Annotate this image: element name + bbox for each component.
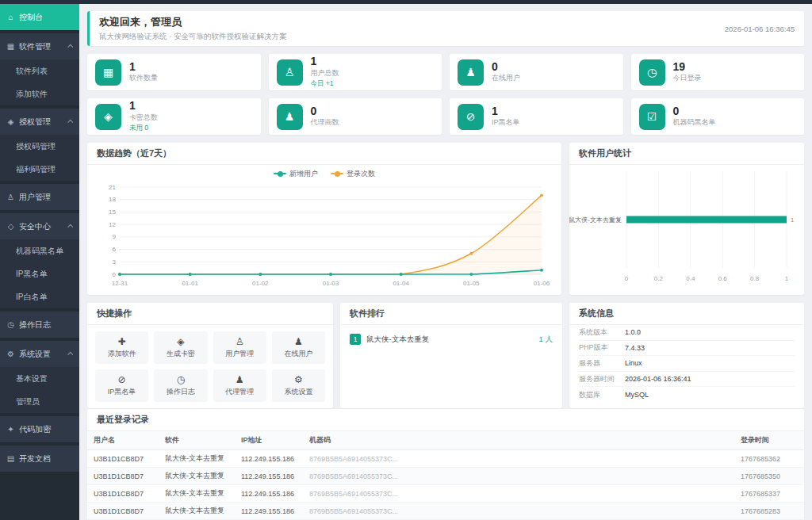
ranking-user-count: 1 人 <box>539 335 553 345</box>
apps-icon: ▦ <box>95 59 121 86</box>
quick-action-user-filled[interactable]: ♟在线用户 <box>272 331 325 364</box>
system-info-value: MySQL <box>625 391 649 399</box>
svg-text:1: 1 <box>785 275 789 282</box>
software-ranking-title: 软件排行 <box>340 303 562 325</box>
ranking-software-name: 鼠大侠-文本去重复 <box>366 335 539 345</box>
svg-text:鼠大侠-文本去重复: 鼠大侠-文本去重复 <box>569 216 622 224</box>
stat-sub-label: 今日 +1 <box>311 79 339 89</box>
sidebar-item-home[interactable]: ⌂控制台 <box>0 4 79 30</box>
stat-card: ◈1卡密总数未用 0 <box>87 98 261 135</box>
sidebar-subitem[interactable]: 基本设置 <box>0 367 79 390</box>
stat-value: 1 <box>129 100 158 112</box>
quick-action-user[interactable]: ♙用户管理 <box>213 331 266 364</box>
table-cell: 8769B5B5A6914055373C... <box>303 450 734 468</box>
table-cell: 8769B5B5A6914055373C... <box>303 485 734 503</box>
stat-label: 今日登录 <box>673 73 702 83</box>
ban-icon: ⊘ <box>458 104 484 130</box>
stat-value: 19 <box>673 61 702 73</box>
stat-label: 在线用户 <box>492 73 520 83</box>
sidebar-subitem[interactable]: IP黑名单 <box>0 262 79 285</box>
table-cell: U3B1D1CB8D7 <box>87 503 159 520</box>
system-info-label: 服务器时间 <box>579 374 625 384</box>
table-cell: 1767685350 <box>734 468 804 485</box>
apps-icon: ▦ <box>6 42 15 51</box>
table-cell: 鼠大侠-文本去重复 <box>159 450 235 468</box>
quick-action-gear[interactable]: ⚙系统设置 <box>272 369 325 402</box>
quick-actions-title: 快捷操作 <box>87 303 333 325</box>
svg-text:12-31: 12-31 <box>112 280 128 287</box>
bottom-row: 快捷操作 ✚添加软件◈生成卡密♙用户管理♟在线用户⊘IP黑名单◷操作日志♟代理管… <box>87 303 804 401</box>
sidebar-item-label: 安全中心 <box>19 221 65 232</box>
clock-icon: ◷ <box>177 375 185 384</box>
sidebar-group: ▦软件管理软件列表添加软件 <box>0 33 79 105</box>
sidebar-item-label: 操作日志 <box>19 319 73 331</box>
stat-label: 机器码黑名单 <box>673 117 716 128</box>
sidebar-subitem[interactable]: 福利码管理 <box>0 158 79 181</box>
sidebar-item-key[interactable]: ✦代码加密 <box>0 416 79 442</box>
sidebar-item-label: 系统设置 <box>19 349 65 360</box>
tag-icon: ◈ <box>6 117 15 126</box>
recent-logins-title: 最近登录记录 <box>87 409 804 431</box>
svg-text:01-04: 01-04 <box>393 280 409 287</box>
sidebar-item-tag[interactable]: ◈授权管理 <box>0 109 79 135</box>
quick-action-clock[interactable]: ◷操作日志 <box>154 369 207 402</box>
sidebar-subitem[interactable]: 添加软件 <box>0 82 79 105</box>
quick-action-label: 添加软件 <box>108 349 136 359</box>
quick-action-tag[interactable]: ◈生成卡密 <box>154 331 207 364</box>
sidebar-item-shield[interactable]: ◇安全中心 <box>0 213 79 239</box>
system-info-row: 数据库MySQL <box>579 387 795 403</box>
sidebar-subitem[interactable]: 管理员 <box>0 390 79 413</box>
svg-text:0: 0 <box>113 271 117 278</box>
svg-text:01-06: 01-06 <box>534 280 550 287</box>
stat-card: ♙1用户总数今日 +1 <box>269 54 442 90</box>
sidebar-item-clock[interactable]: ◷操作日志 <box>0 312 79 338</box>
table-cell: 1767685283 <box>734 503 804 520</box>
sidebar-item-apps[interactable]: ▦软件管理 <box>0 33 79 59</box>
quick-action-label: 代理管理 <box>225 387 254 397</box>
system-info-label: PHP版本 <box>579 342 625 353</box>
system-info-row: PHP版本7.4.33 <box>579 341 795 357</box>
rank-badge: 1 <box>350 334 361 345</box>
gear-icon: ⚙ <box>6 350 15 358</box>
stat-label: 卡密总数 <box>129 113 158 123</box>
quick-action-plus[interactable]: ✚添加软件 <box>95 331 148 364</box>
sidebar-subitem[interactable]: 授权码管理 <box>0 135 79 158</box>
tag-icon: ◈ <box>177 337 184 346</box>
sidebar-item-user[interactable]: ♙用户管理 <box>0 184 79 210</box>
svg-text:0.6: 0.6 <box>718 275 728 282</box>
sidebar-item-gear[interactable]: ⚙系统设置 <box>0 341 79 367</box>
sidebar-item-label: 代码加密 <box>19 424 73 435</box>
table-column-header: 用户名 <box>87 431 159 450</box>
plus-icon: ✚ <box>118 337 126 346</box>
table-row: U3B1D1CB8D7鼠大侠-文本去重复112.249.155.1868769B… <box>87 485 804 503</box>
quick-action-ban[interactable]: ⊘IP黑名单 <box>95 369 148 402</box>
stat-card: ☑0机器码黑名单 <box>631 98 805 135</box>
clock-icon: ◷ <box>639 59 665 86</box>
quick-action-people[interactable]: ♟代理管理 <box>213 369 266 402</box>
svg-text:0: 0 <box>625 275 629 282</box>
stat-value: 1 <box>129 61 158 73</box>
clock-icon: ◷ <box>6 320 15 329</box>
table-cell: 鼠大侠-文本去重复 <box>159 485 235 503</box>
sidebar-item-book[interactable]: ▤开发文档 <box>0 445 79 472</box>
ban-icon: ⊘ <box>118 375 126 384</box>
sidebar-item-label: 用户管理 <box>19 192 73 203</box>
gear-icon: ⚙ <box>294 375 303 384</box>
table-column-header: 登录时间 <box>734 431 804 450</box>
quick-actions-grid: ✚添加软件◈生成卡密♙用户管理♟在线用户⊘IP黑名单◷操作日志♟代理管理⚙系统设… <box>87 325 333 408</box>
stat-card: ◷19今日登录 <box>631 54 805 90</box>
sidebar-subitem[interactable]: 软件列表 <box>0 59 79 82</box>
ranking-list: 1鼠大侠-文本去重复1 人 <box>340 325 562 354</box>
system-info-value: Linux <box>625 359 642 367</box>
sidebar-subitem[interactable]: 机器码黑名单 <box>0 239 79 262</box>
table-cell: U3B1D1CB8D7 <box>87 468 159 485</box>
sidebar-subitem[interactable]: IP白名单 <box>0 285 79 308</box>
svg-text:6: 6 <box>113 246 117 253</box>
svg-text:0.8: 0.8 <box>750 275 760 282</box>
quick-action-label: IP黑名单 <box>108 387 136 397</box>
svg-text:3: 3 <box>113 258 117 266</box>
sidebar-item-label: 控制台 <box>19 12 73 23</box>
svg-text:15: 15 <box>109 208 116 216</box>
table-cell: 8769B5B5A6914055373C... <box>303 468 734 485</box>
legend-item: 新增用户 <box>274 169 318 179</box>
